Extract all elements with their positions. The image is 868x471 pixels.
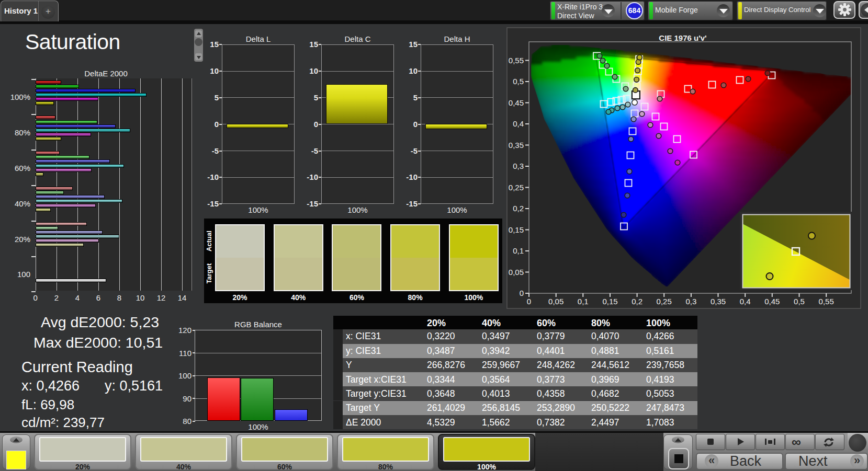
svg-text:0,2: 0,2 [513, 204, 524, 213]
svg-text:0,15: 0,15 [509, 225, 524, 234]
svg-text:0,2: 0,2 [632, 297, 642, 306]
svg-text:0,4: 0,4 [740, 297, 751, 306]
svg-text:0,4: 0,4 [513, 119, 524, 128]
svg-text:CIE 1976 u'v': CIE 1976 u'v' [659, 33, 706, 42]
svg-text:0: 0 [527, 297, 531, 306]
svg-text:0,45: 0,45 [764, 297, 780, 306]
svg-text:0,3: 0,3 [513, 162, 524, 170]
svg-text:0,55: 0,55 [819, 297, 834, 306]
svg-text:0,25: 0,25 [657, 297, 672, 306]
svg-text:0,05: 0,05 [509, 268, 524, 277]
svg-text:0: 0 [520, 289, 524, 297]
svg-text:0,1: 0,1 [513, 246, 524, 255]
svg-text:0,55: 0,55 [509, 56, 524, 65]
svg-text:0,25: 0,25 [509, 183, 524, 192]
svg-text:0,35: 0,35 [509, 141, 524, 150]
svg-text:0,05: 0,05 [548, 297, 563, 306]
svg-text:0,5: 0,5 [513, 77, 524, 86]
svg-text:0,35: 0,35 [711, 297, 726, 306]
svg-text:0,15: 0,15 [602, 297, 617, 306]
svg-text:0,45: 0,45 [509, 98, 524, 107]
svg-text:0,1: 0,1 [578, 297, 589, 306]
svg-text:0,5: 0,5 [794, 297, 805, 306]
svg-text:0,3: 0,3 [685, 297, 696, 306]
